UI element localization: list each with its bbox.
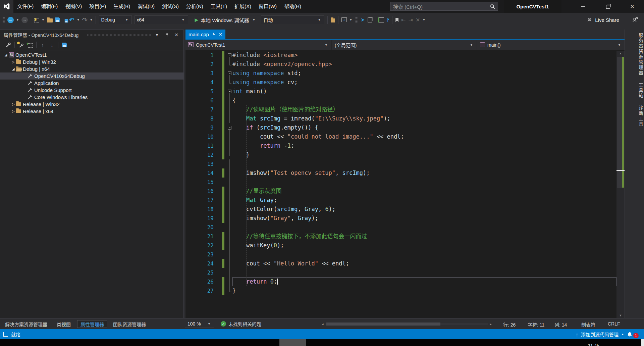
scrollbar-thumb[interactable]	[617, 57, 622, 188]
menu-item-扩展(X)[interactable]: 扩展(X)	[231, 0, 255, 13]
code-line-2[interactable]: 2#include <opencv2/opencv.hpp>	[185, 60, 616, 69]
menu-item-帮助(H)[interactable]: 帮助(H)	[280, 0, 305, 13]
new-project-button[interactable]: ✱	[33, 15, 41, 24]
save-property-sheet-button[interactable]	[60, 41, 69, 49]
code-line-7[interactable]: 7 //读取图片（使用图片的绝对路径）	[185, 105, 616, 114]
code-line-6[interactable]: 6{	[185, 96, 616, 105]
tree-item-Core-Windows-Libraries[interactable]: Core Windows Libraries	[0, 94, 183, 101]
fold-margin[interactable]	[227, 87, 232, 96]
code-text[interactable]: return 0;	[232, 277, 616, 286]
code-line-23[interactable]: 23	[185, 250, 616, 259]
code-line-25[interactable]: 25	[185, 268, 616, 277]
scroll-up-icon[interactable]: ▲	[616, 51, 625, 56]
format-indent-button[interactable]: ⁋	[385, 15, 390, 24]
expander-icon[interactable]: ▷	[11, 60, 15, 64]
code-text[interactable]: Mat srcImg = imread("E:\\Suzy\\sky.jpeg"…	[232, 114, 616, 123]
new-dropdown-caret[interactable]: ▼	[41, 18, 46, 21]
scope-dropdown[interactable]: (全局范围) ▼	[332, 40, 477, 50]
code-line-3[interactable]: 3using namespace std;	[185, 69, 616, 78]
code-line-21[interactable]: 21 //等待任意按键按下，不添加此语句会一闪而过	[185, 232, 616, 241]
undo-button[interactable]: ↶	[68, 15, 76, 24]
menu-item-分析(N)[interactable]: 分析(N)	[182, 0, 207, 13]
tree-item-Unicode-Support[interactable]: Unicode Support	[0, 87, 183, 94]
sign-in-button[interactable]	[631, 15, 639, 24]
code-line-1[interactable]: 1#include <iostream>	[185, 51, 616, 60]
attach-process-button[interactable]	[329, 15, 336, 24]
bottom-tab-属性管理器[interactable]: 属性管理器	[77, 320, 107, 328]
code-text[interactable]: cout << "could not load image..." << end…	[232, 132, 616, 141]
code-text[interactable]: }	[232, 150, 616, 159]
start-debugging-button[interactable]: ▶ 本地 Windows 调试器 ▼	[194, 15, 258, 24]
redo-button[interactable]: ↷	[81, 15, 89, 24]
code-line-26[interactable]: 26 return 0;	[185, 277, 616, 286]
code-text[interactable]: cvtColor(srcImg, Gray, 6);	[232, 205, 616, 214]
code-line-4[interactable]: 4using namespace cv;	[185, 78, 616, 87]
scroll-down-icon[interactable]: ▼	[616, 313, 625, 318]
code-line-24[interactable]: 24 cout << "Hello World" << endl;	[185, 259, 616, 268]
add-new-property-sheet-button[interactable]: ✱	[16, 41, 25, 49]
code-line-9[interactable]: 9 if (srcImg.empty()) {	[185, 123, 616, 132]
code-text[interactable]: using namespace std;	[232, 69, 616, 78]
expander-icon[interactable]: ▷	[11, 102, 15, 106]
panel-menu-caret[interactable]: ▼	[153, 30, 161, 40]
redo-dropdown-caret[interactable]: ▼	[89, 18, 94, 21]
code-text[interactable]: return -1;	[232, 141, 616, 150]
save-all-button[interactable]	[61, 15, 64, 24]
minimize-button[interactable]	[576, 0, 591, 13]
code-line-18[interactable]: 18 cvtColor(srcImg, Gray, 6);	[185, 205, 616, 214]
project-dropdown[interactable]: OpenCVTest1 ▼	[185, 40, 332, 50]
code-line-14[interactable]: 14 imshow("Test opencv setup", srcImg);	[185, 168, 616, 178]
save-button[interactable]	[54, 15, 61, 24]
code-line-11[interactable]: 11 return -1;	[185, 141, 616, 150]
menu-item-项目(P)[interactable]: 项目(P)	[86, 0, 110, 13]
next-bookmark-button[interactable]: ⇥	[407, 15, 414, 24]
fold-margin[interactable]	[227, 123, 232, 132]
bookmark-button[interactable]	[394, 15, 400, 24]
back-dropdown-caret[interactable]: ▼	[15, 18, 20, 21]
tab-close-icon[interactable]: ✕	[219, 32, 222, 37]
move-down-button[interactable]: ↓	[47, 41, 57, 49]
code-line-27[interactable]: 27}	[185, 286, 616, 295]
tree-item-Debug-x64[interactable]: ◢Debug | x64	[0, 65, 183, 72]
code-text[interactable]: using namespace cv;	[232, 78, 616, 87]
status-tabs[interactable]: 制表符	[581, 321, 595, 328]
code-text[interactable]: }	[232, 286, 616, 295]
code-text[interactable]: #include <opencv2/opencv.hpp>	[232, 60, 616, 69]
code-text[interactable]: waitKey(0);	[232, 241, 616, 250]
bottom-tab-团队资源管理器[interactable]: 团队资源管理器	[110, 320, 149, 328]
menu-item-调试(D)[interactable]: 调试(D)	[134, 0, 158, 13]
code-lines[interactable]: 1#include <iostream>2#include <opencv2/o…	[185, 51, 616, 295]
code-text[interactable]	[232, 159, 616, 168]
editor-zoom-select[interactable]: 100 %▼	[185, 320, 214, 328]
close-button[interactable]: ✕	[625, 0, 640, 13]
expander-icon[interactable]: ◢	[11, 67, 15, 71]
menu-item-工具(T)[interactable]: 工具(T)	[207, 0, 231, 13]
code-line-19[interactable]: 19 imshow("Gray", Gray);	[185, 214, 616, 223]
code-text[interactable]: Mat Gray;	[232, 196, 616, 205]
clear-bookmarks-button[interactable]: ✕	[414, 15, 421, 24]
code-text[interactable]	[232, 250, 616, 259]
code-line-16[interactable]: 16 //显示灰度图	[185, 187, 616, 196]
panel-close-icon[interactable]: ✕	[172, 30, 181, 40]
format-list-button[interactable]	[377, 15, 385, 24]
editor-horizontal-scrollbar[interactable]: ◄ ►	[320, 322, 493, 327]
undo-dropdown-caret[interactable]: ▼	[76, 18, 81, 21]
status-eol[interactable]: CRLF	[608, 321, 620, 327]
navigate-back-button[interactable]: ←	[6, 15, 15, 24]
menu-item-生成(B)[interactable]: 生成(B)	[110, 0, 134, 13]
code-line-15[interactable]: 15	[185, 178, 616, 187]
code-text[interactable]: //显示灰度图	[232, 187, 616, 196]
code-text[interactable]	[232, 178, 616, 187]
menu-item-测试(S)[interactable]: 测试(S)	[158, 0, 182, 13]
right-tab-诊断工具[interactable]: 诊断工具	[625, 102, 644, 130]
code-text[interactable]: {	[232, 96, 616, 105]
code-text[interactable]: imshow("Gray", Gray);	[232, 214, 616, 223]
editor-vertical-scrollbar[interactable]: ▲ ▼	[616, 51, 625, 318]
code-text[interactable]: if (srcImg.empty()) {	[232, 123, 616, 132]
auto-select[interactable]: 自动▼	[261, 15, 324, 24]
add-to-source-control-button[interactable]: 添加到源代码管理	[581, 331, 619, 338]
copy-structure-button[interactable]	[366, 15, 373, 24]
member-dropdown[interactable]: main() ▼	[477, 40, 625, 50]
code-text[interactable]: //等待任意按键按下，不添加此语句会一闪而过	[232, 232, 616, 241]
notification-badge[interactable]: 1	[633, 333, 639, 338]
